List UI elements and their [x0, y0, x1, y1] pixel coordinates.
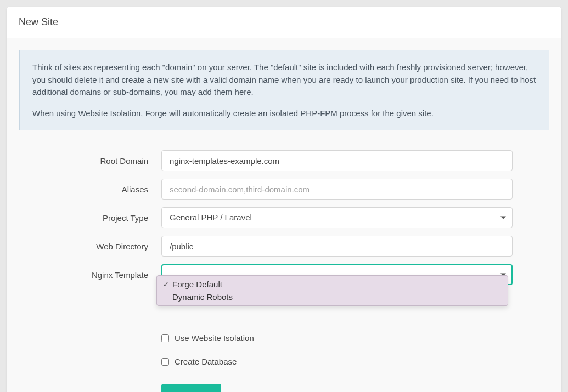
info-box: Think of sites as representing each "dom…	[19, 50, 549, 130]
info-paragraph-2: When using Website Isolation, Forge will…	[32, 107, 537, 120]
root-domain-label: Root Domain	[19, 156, 161, 166]
nginx-template-row: Nginx Template ✓ Forge Default Dynamic R…	[19, 264, 549, 285]
nginx-template-option-dynamic-robots[interactable]: Dynamic Robots	[157, 291, 508, 303]
add-site-button[interactable]: ADD SITE	[161, 384, 221, 392]
option-label: Dynamic Robots	[172, 292, 233, 302]
root-domain-input[interactable]	[161, 150, 513, 171]
use-isolation-row: Use Website Isolation	[19, 333, 549, 343]
nginx-template-label: Nginx Template	[19, 270, 161, 280]
nginx-template-dropdown: ✓ Forge Default Dynamic Robots	[156, 275, 508, 306]
nginx-template-option-forge-default[interactable]: ✓ Forge Default	[157, 278, 508, 291]
root-domain-row: Root Domain	[19, 150, 549, 171]
create-db-row: Create Database	[19, 357, 549, 366]
web-directory-label: Web Directory	[19, 242, 161, 251]
create-database-checkbox[interactable]	[161, 358, 169, 366]
option-label: Forge Default	[172, 280, 222, 289]
info-paragraph-1: Think of sites as representing each "dom…	[32, 61, 537, 99]
project-type-label: Project Type	[19, 213, 161, 223]
project-type-row: Project Type General PHP / Laravel	[19, 207, 549, 228]
page-title: New Site	[19, 16, 549, 28]
card-body: Think of sites as representing each "dom…	[7, 38, 561, 392]
project-type-select[interactable]: General PHP / Laravel	[161, 207, 513, 228]
aliases-input[interactable]	[161, 179, 513, 200]
create-database-label[interactable]: Create Database	[175, 357, 237, 366]
use-isolation-label[interactable]: Use Website Isolation	[175, 333, 254, 343]
submit-row: ADD SITE	[19, 384, 549, 392]
aliases-label: Aliases	[19, 185, 161, 194]
aliases-row: Aliases	[19, 179, 549, 200]
new-site-card: New Site Think of sites as representing …	[7, 7, 561, 392]
web-directory-row: Web Directory	[19, 236, 549, 257]
card-header: New Site	[7, 7, 561, 38]
web-directory-input[interactable]	[161, 236, 513, 257]
use-isolation-checkbox[interactable]	[161, 334, 169, 342]
check-icon: ✓	[161, 280, 170, 288]
